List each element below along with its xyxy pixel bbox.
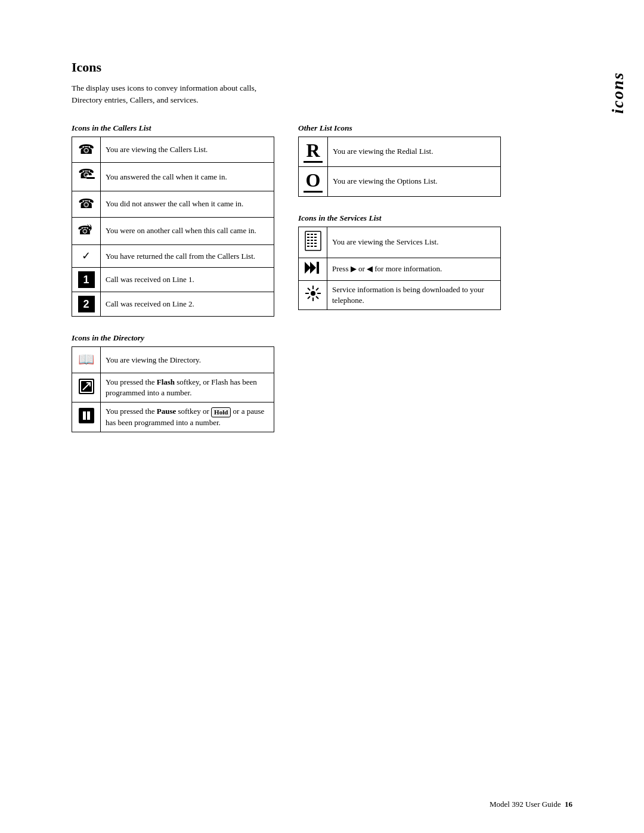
R-letter-icon: R: [304, 141, 323, 160]
table-cell-text: You are viewing the Callers List.: [101, 137, 274, 163]
svg-rect-19: [314, 237, 317, 238]
book-icon: 📖: [78, 352, 94, 367]
svg-rect-12: [87, 411, 90, 420]
svg-rect-21: [311, 240, 313, 241]
pause-icon: [78, 407, 95, 424]
table-cell-text: You were on another call when this call …: [101, 217, 274, 244]
table-row: ☎ ) ) You were on another call when this…: [72, 217, 274, 244]
icon-cell: ☎: [72, 137, 101, 163]
table-row: 2 Call was received on Line 2.: [72, 292, 274, 317]
svg-line-38: [316, 296, 318, 299]
table-row: 1 Call was received on Line 1.: [72, 268, 274, 292]
left-column: Icons in the Callers List ☎ You are view…: [72, 123, 274, 450]
page-title: Icons: [72, 60, 584, 75]
icon-cell: 📖: [72, 347, 101, 373]
table-row: You pressed the Pause softkey or Hold or…: [72, 402, 274, 432]
table-row: You are viewing the Services List.: [299, 227, 501, 258]
svg-rect-31: [317, 262, 319, 274]
hold-button-label: Hold: [211, 407, 231, 417]
table-row: ☎ You answered the call when it came in.: [72, 163, 274, 191]
line2-icon: 2: [78, 296, 95, 312]
svg-rect-17: [307, 237, 309, 238]
svg-line-40: [308, 296, 310, 299]
services-list-table: You are viewing the Services List.: [298, 227, 501, 311]
table-cell-text: You pressed the Pause softkey or Hold or…: [101, 402, 274, 432]
phone-missed-icon: ☎: [78, 196, 94, 211]
table-row: ☎ You are viewing the Callers List.: [72, 137, 274, 163]
icon-cell: [72, 373, 101, 402]
table-cell-text: You did not answer the call when it came…: [101, 191, 274, 218]
svg-marker-29: [305, 262, 311, 274]
svg-rect-20: [307, 240, 309, 241]
pause-bold: Pause: [157, 407, 177, 416]
sunburst-icon: [305, 285, 321, 302]
table-row: O You are viewing the Options List.: [299, 166, 501, 196]
svg-text:): ): [89, 223, 92, 231]
table-cell-text: Call was received on Line 2.: [101, 292, 274, 317]
table-row: R You are viewing the Redial List.: [299, 137, 501, 166]
icon-cell: ✓: [72, 245, 101, 268]
O-letter-icon: O: [304, 171, 323, 190]
checkmark-icon: ✓: [82, 250, 91, 262]
page: icons Icons The display uses icons to co…: [0, 0, 644, 833]
two-column-layout: Icons in the Callers List ☎ You are view…: [72, 123, 584, 450]
table-cell-text: You have returned the call from the Call…: [101, 245, 274, 268]
footer-text: Model 392 User Guide: [490, 800, 561, 809]
services-grid-icon: [305, 231, 321, 251]
skip-arrow-icon: [305, 262, 321, 274]
directory-title: Icons in the Directory: [72, 333, 274, 343]
phone-answered-icon: ☎: [78, 166, 95, 187]
icon-cell: [299, 258, 327, 280]
svg-rect-2: [86, 177, 95, 179]
side-label: icons: [608, 72, 627, 114]
intro-text: The display uses icons to convey informa…: [72, 82, 262, 107]
svg-rect-14: [307, 234, 309, 235]
table-cell-text: You answered the call when it came in.: [101, 163, 274, 191]
table-cell-text: Service information is being downloaded …: [327, 280, 501, 309]
main-content: Icons The display uses icons to convey i…: [72, 60, 584, 449]
icon-cell: [72, 402, 101, 432]
table-cell-text: You are viewing the Services List.: [327, 227, 501, 258]
svg-rect-22: [314, 240, 317, 241]
table-row: You pressed the Flash softkey, or Flash …: [72, 373, 274, 402]
icon-cell: [299, 280, 327, 309]
svg-rect-27: [311, 246, 313, 247]
table-row: Press ▶ or ◀ for more information.: [299, 258, 501, 280]
table-row: Service information is being downloaded …: [299, 280, 501, 309]
table-row: ☎ You did not answer the call when it ca…: [72, 191, 274, 218]
svg-rect-24: [311, 243, 313, 244]
svg-text:☎: ☎: [78, 166, 94, 181]
services-list-title: Icons in the Services List: [298, 213, 501, 223]
table-row: ✓ You have returned the call from the Ca…: [72, 245, 274, 268]
table-cell-text: Call was received on Line 1.: [101, 268, 274, 292]
callers-list-table: ☎ You are viewing the Callers List. ☎: [72, 137, 274, 317]
svg-rect-18: [311, 237, 313, 238]
svg-line-37: [308, 288, 310, 290]
svg-line-39: [316, 288, 318, 290]
icon-cell: O: [299, 166, 328, 196]
svg-marker-30: [310, 262, 316, 274]
svg-point-32: [311, 291, 315, 296]
svg-rect-28: [314, 246, 317, 247]
icon-cell: ☎: [72, 163, 101, 191]
svg-rect-23: [307, 243, 309, 244]
icon-cell: 1: [72, 268, 101, 292]
icon-cell: [299, 227, 327, 258]
svg-rect-16: [314, 234, 317, 235]
line1-icon: 1: [78, 271, 95, 288]
svg-rect-11: [83, 411, 86, 420]
phone-up-icon: ☎: [78, 142, 94, 157]
table-cell-text: You are viewing the Options List.: [328, 166, 501, 196]
other-list-title: Other List Icons: [298, 123, 501, 133]
table-cell-text: You pressed the Flash softkey, or Flash …: [101, 373, 274, 402]
table-row: 📖 You are viewing the Directory.: [72, 347, 274, 373]
icon-cell: ☎: [72, 191, 101, 218]
svg-rect-25: [314, 243, 317, 244]
table-cell-text: Press ▶ or ◀ for more information.: [327, 258, 501, 280]
icon-cell: 2: [72, 292, 101, 317]
icon-cell: R: [299, 137, 328, 166]
directory-table: 📖 You are viewing the Directory.: [72, 346, 274, 432]
callers-list-title: Icons in the Callers List: [72, 123, 274, 133]
flash-bold: Flash: [157, 377, 175, 386]
other-list-table: R You are viewing the Redial List. O Y: [298, 137, 501, 197]
